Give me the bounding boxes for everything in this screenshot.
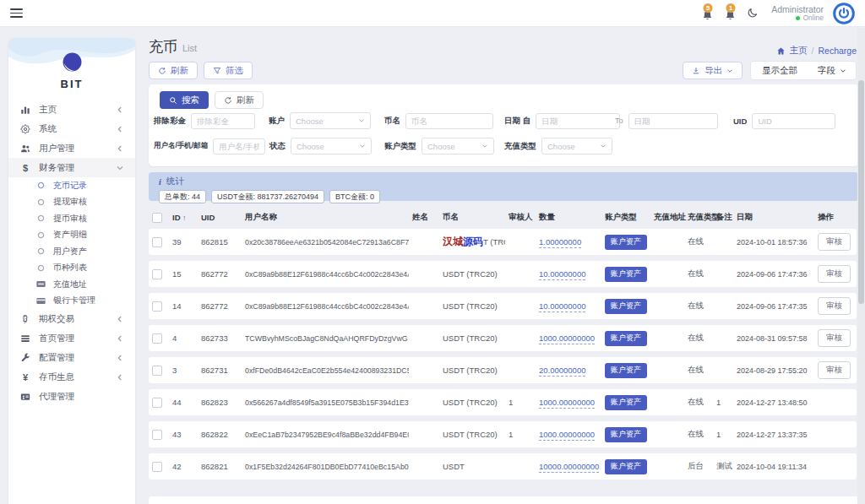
sidebar-subitem-withdraw-coin-review[interactable]: 提币审核 bbox=[8, 210, 135, 227]
select-all-checkbox[interactable] bbox=[152, 213, 162, 223]
filter-select[interactable]: Choose bbox=[422, 138, 494, 154]
row-checkbox[interactable] bbox=[152, 333, 162, 344]
column-header[interactable]: 备注 bbox=[713, 212, 733, 223]
main-content: 充币List 主页 / Recharge 刷新 筛选 导出 bbox=[149, 27, 858, 504]
table-cell bbox=[713, 293, 733, 319]
row-checkbox[interactable] bbox=[152, 462, 162, 472]
search-card: 搜索 刷新 排除彩金账户Choose币名日期 自ToUID 用户名/手机/邮箱状… bbox=[149, 84, 858, 166]
row-checkbox[interactable] bbox=[152, 301, 162, 312]
sidebar-subitem-user-assets[interactable]: 用户资产 bbox=[8, 243, 135, 260]
amount-link[interactable]: 20.00000000 bbox=[539, 366, 585, 377]
sidebar-item-system[interactable]: 系统 bbox=[8, 119, 135, 138]
amount-link[interactable]: 1000.00000000 bbox=[539, 333, 595, 344]
sidebar-item-options-trading[interactable]: 期权交易 bbox=[8, 309, 135, 328]
sidebar-item-agent-management[interactable]: 代理管理 bbox=[8, 387, 135, 406]
breadcrumb-home-link[interactable]: 主页 bbox=[790, 45, 808, 57]
sidebar-item-homepage-management[interactable]: 首页管理 bbox=[8, 328, 135, 348]
column-header[interactable]: 充值地址 bbox=[650, 212, 684, 223]
amount-link[interactable]: 1.00000000 bbox=[539, 237, 581, 248]
sidebar-subitem-bank-card-management[interactable]: 银行卡管理 bbox=[8, 293, 135, 310]
sidebar-item-label: 充币记录 bbox=[53, 180, 124, 192]
amount-link[interactable]: 10.00000000 bbox=[539, 301, 585, 312]
column-header[interactable]: UID bbox=[198, 212, 242, 223]
amount-link[interactable]: 1000.00000000 bbox=[539, 398, 595, 409]
sidebar-subitem-asset-details[interactable]: 资产明细 bbox=[8, 227, 135, 244]
review-button[interactable]: 审核 bbox=[818, 329, 851, 347]
search-refresh-button[interactable]: 刷新 bbox=[215, 91, 264, 109]
vertical-scrollbar[interactable] bbox=[857, 28, 865, 504]
dark-mode-toggle-moon-icon[interactable] bbox=[747, 5, 759, 22]
row-checkbox[interactable] bbox=[152, 398, 162, 408]
column-header[interactable]: 审核人 bbox=[505, 212, 536, 223]
filter-select[interactable]: Choose bbox=[291, 138, 372, 154]
filter-input[interactable] bbox=[752, 113, 835, 129]
sidebar-subitem-recharge-records[interactable]: 充币记录 bbox=[8, 177, 135, 194]
search-button[interactable]: 搜索 bbox=[160, 91, 209, 109]
table-cell bbox=[814, 421, 857, 447]
scrollbar-thumb[interactable] bbox=[858, 80, 864, 304]
amount-link[interactable]: 10000.00000000 bbox=[539, 462, 599, 473]
sidebar-item-config-management[interactable]: 配置管理 bbox=[8, 348, 135, 367]
table-cell: 在线 bbox=[684, 325, 713, 351]
column-header[interactable]: ID ↑ bbox=[169, 212, 198, 223]
sidebar-item-coin-savings[interactable]: ¥存币生息 bbox=[8, 367, 135, 387]
hamburger-menu-icon[interactable] bbox=[10, 8, 23, 18]
table-cell: 1000.00000000 bbox=[536, 421, 601, 447]
column-header[interactable]: 充值类型 bbox=[684, 212, 713, 223]
filter-select[interactable]: Choose bbox=[541, 138, 612, 154]
message-bell-icon[interactable]: 1 bbox=[724, 7, 737, 20]
refresh-button[interactable]: 刷新 bbox=[149, 62, 198, 79]
notification-bell-icon[interactable]: 5 bbox=[701, 7, 715, 20]
filter-button[interactable]: 筛选 bbox=[204, 62, 253, 79]
row-checkbox[interactable] bbox=[152, 430, 162, 440]
chevron-down-icon bbox=[481, 143, 488, 149]
table-cell: 862821 bbox=[198, 453, 242, 480]
filter-input[interactable] bbox=[536, 113, 620, 129]
table-cell: USDT (TRC20) bbox=[439, 261, 505, 287]
sort-asc-icon[interactable]: ↑ bbox=[181, 214, 187, 222]
sidebar-item-user-management[interactable]: 用户管理 bbox=[8, 138, 135, 158]
app-power-logo-icon[interactable] bbox=[833, 3, 855, 24]
funnel-icon bbox=[213, 67, 221, 75]
review-button[interactable]: 审核 bbox=[818, 233, 851, 251]
sidebar-item-label: 代理管理 bbox=[39, 391, 124, 403]
filter-input[interactable] bbox=[213, 138, 265, 154]
column-header[interactable]: 账户类型 bbox=[601, 212, 650, 223]
review-button[interactable]: 审核 bbox=[818, 361, 851, 379]
row-checkbox[interactable] bbox=[152, 237, 162, 247]
amount-link[interactable]: 1000.00000000 bbox=[539, 430, 595, 441]
review-button[interactable]: 审核 bbox=[818, 265, 851, 283]
filter-input[interactable] bbox=[628, 113, 718, 129]
row-checkbox[interactable] bbox=[152, 366, 162, 376]
column-header[interactable]: 用户名称 bbox=[242, 212, 409, 223]
sidebar-subitem-withdraw-review[interactable]: 提现审核 bbox=[8, 194, 135, 211]
table-cell bbox=[149, 453, 169, 480]
column-header[interactable]: 姓名 bbox=[409, 212, 439, 223]
user-menu[interactable]: Administrator Online bbox=[771, 4, 824, 23]
table-cell: 账户资产 bbox=[601, 293, 650, 319]
show-all-button[interactable]: 显示全部 bbox=[751, 65, 808, 77]
filter-label: To bbox=[615, 117, 623, 125]
sidebar-subitem-coin-list[interactable]: 币种列表 bbox=[8, 260, 135, 277]
sidebar-item-home[interactable]: 主页 bbox=[8, 100, 135, 119]
row-checkbox[interactable] bbox=[152, 269, 162, 279]
circle-icon bbox=[35, 214, 46, 223]
sidebar-item-label: 充值地址 bbox=[53, 279, 124, 290]
breadcrumb: 主页 / Recharge bbox=[776, 45, 857, 57]
notification-count-badge: 5 bbox=[704, 3, 713, 13]
table-row: 448628230x566267a4df8549f5a3915E075B3b15… bbox=[149, 389, 857, 415]
column-header[interactable]: 日期 bbox=[733, 212, 814, 223]
column-header[interactable]: 数量 bbox=[536, 212, 601, 223]
filter-input[interactable] bbox=[191, 113, 255, 129]
sidebar-subitem-recharge-address[interactable]: 充值地址 bbox=[8, 276, 135, 293]
sidebar-item-finance-management[interactable]: $财务管理 bbox=[8, 158, 135, 177]
filter-select[interactable]: Choose bbox=[290, 112, 371, 129]
fields-dropdown[interactable]: 字段 bbox=[808, 65, 856, 77]
filter-input[interactable] bbox=[405, 113, 493, 129]
review-button[interactable]: 审核 bbox=[818, 297, 851, 315]
column-header[interactable]: 操作 bbox=[814, 212, 857, 223]
amount-link[interactable]: 10.00000000 bbox=[539, 269, 585, 280]
message-count-badge: 1 bbox=[726, 3, 736, 13]
column-header[interactable]: 币名 bbox=[439, 212, 505, 223]
export-button[interactable]: 导出 bbox=[683, 62, 743, 79]
